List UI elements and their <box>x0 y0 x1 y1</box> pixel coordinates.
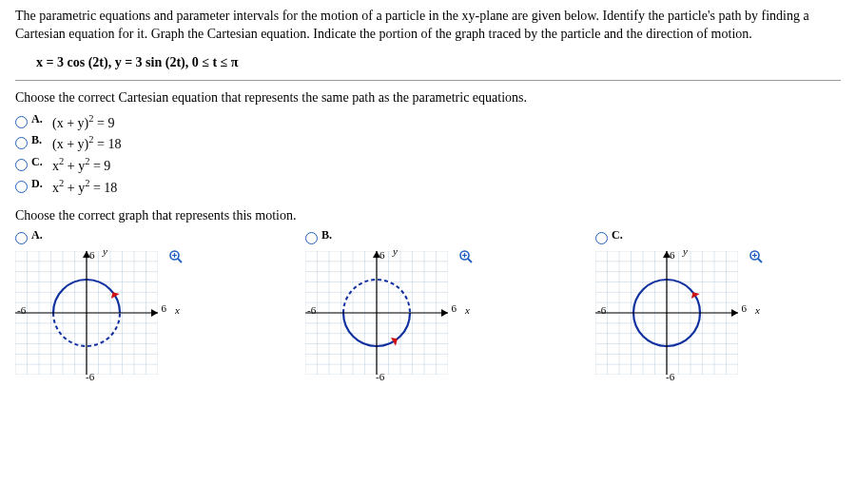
choice-letter: C. <box>31 155 49 169</box>
tick-bottom: -6 <box>666 371 674 382</box>
part2-prompt: Choose the correct graph that represents… <box>15 208 841 223</box>
radio-icon[interactable] <box>15 181 28 193</box>
graph-plot <box>595 251 738 375</box>
graph-choices: A.yx-666-6B.yx-666-6C.yx-666-6 <box>15 231 841 378</box>
separator <box>15 80 841 81</box>
tick-right: 6 <box>162 302 167 314</box>
y-axis-label: y <box>393 245 398 257</box>
x-axis-label: x <box>755 304 760 316</box>
tick-top: 6 <box>89 249 95 261</box>
choice-letter: C. <box>612 228 629 242</box>
parametric-equation: x = 3 cos (2t), y = 3 sin (2t), 0 ≤ t ≤ … <box>36 55 841 70</box>
tick-right: 6 <box>452 302 457 314</box>
choice-letter: B. <box>31 133 49 147</box>
y-axis-label: y <box>103 245 107 257</box>
y-axis-label: y <box>683 245 688 257</box>
tick-left: -6 <box>17 304 26 316</box>
svg-line-1 <box>178 259 182 262</box>
graph-choice[interactable]: C.yx-666-6 <box>595 231 762 378</box>
choice-text: (x + y)2 = 18 <box>52 134 121 152</box>
choice-text: x2 + y2 = 9 <box>52 156 110 174</box>
radio-icon[interactable] <box>15 116 28 128</box>
graph-container: yx-666-6 <box>595 251 762 378</box>
equation-choice[interactable]: C.x2 + y2 = 9 <box>15 156 841 174</box>
x-axis-label: x <box>465 304 470 316</box>
svg-line-38 <box>468 259 472 262</box>
equation-choice[interactable]: A.(x + y)2 = 9 <box>15 113 841 131</box>
graph-choice[interactable]: B.yx-666-6 <box>305 231 472 378</box>
part1-prompt: Choose the correct Cartesian equation th… <box>15 90 841 106</box>
equation-choices: A.(x + y)2 = 9B.(x + y)2 = 18C.x2 + y2 =… <box>15 113 841 196</box>
tick-top: 6 <box>670 249 675 261</box>
tick-left: -6 <box>307 304 316 316</box>
choice-letter: A. <box>31 228 49 242</box>
graph-plot <box>305 251 448 375</box>
graph-container: yx-666-6 <box>305 251 472 378</box>
choice-letter: B. <box>321 228 339 242</box>
x-axis-label: x <box>175 304 180 316</box>
zoom-icon[interactable] <box>168 249 184 264</box>
radio-icon[interactable] <box>15 137 28 149</box>
equation-choice[interactable]: D.x2 + y2 = 18 <box>15 178 841 196</box>
zoom-icon[interactable] <box>749 249 764 264</box>
svg-line-75 <box>758 259 762 262</box>
zoom-icon[interactable] <box>458 249 474 264</box>
choice-letter: D. <box>31 177 49 191</box>
radio-icon[interactable] <box>15 159 28 171</box>
choice-letter: A. <box>31 112 49 126</box>
tick-bottom: -6 <box>86 371 94 382</box>
tick-right: 6 <box>742 302 748 314</box>
tick-top: 6 <box>379 249 385 261</box>
graph-choice[interactable]: A.yx-666-6 <box>15 231 182 378</box>
choice-text: x2 + y2 = 18 <box>52 178 117 196</box>
radio-icon[interactable] <box>595 232 608 244</box>
radio-icon[interactable] <box>305 232 318 244</box>
graph-container: yx-666-6 <box>15 251 182 378</box>
choice-text: (x + y)2 = 9 <box>52 113 114 131</box>
question-intro: The parametric equations and parameter i… <box>15 8 841 44</box>
tick-left: -6 <box>597 304 606 316</box>
graph-plot <box>15 251 158 375</box>
radio-icon[interactable] <box>15 232 28 244</box>
tick-bottom: -6 <box>376 371 384 382</box>
equation-choice[interactable]: B.(x + y)2 = 18 <box>15 134 841 152</box>
